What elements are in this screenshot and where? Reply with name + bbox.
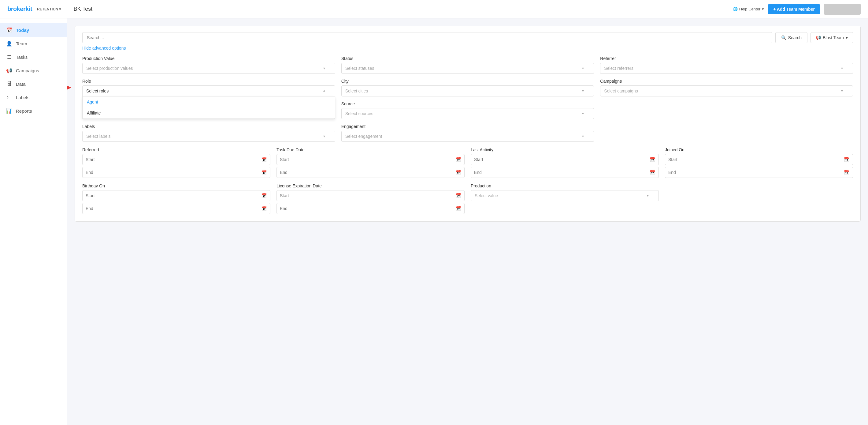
campaigns-select[interactable]: Select campaigns ▾ (600, 85, 853, 96)
search-button[interactable]: 🔍 Search (775, 32, 807, 43)
calendar-icon[interactable]: 📅 (456, 206, 461, 211)
referred-filter: Referred 📅 📅 (82, 147, 270, 178)
birthday-end-input[interactable] (86, 206, 259, 211)
sidebar: 📅 Today 👤 Team ☰ Tasks 📢 Campaigns 🗄 Dat… (0, 18, 67, 425)
campaigns-label: Campaigns (600, 79, 853, 84)
calendar-icon[interactable]: 📅 (261, 193, 267, 198)
logo: brokerkit (7, 5, 32, 12)
joined-on-end-input[interactable] (668, 170, 841, 175)
search-row: 🔍 Search 📢 Blast Team ▾ (82, 32, 853, 43)
chevron-down-icon: ▾ (582, 89, 584, 93)
search-icon: 🔍 (781, 35, 786, 40)
empty-cell-3 (665, 183, 853, 214)
city-label: City (341, 79, 594, 84)
referrer-select[interactable]: Select referrers ▾ (600, 63, 853, 74)
engagement-dropdown: Select engagement ▾ (341, 131, 594, 142)
calendar-icon[interactable]: 📅 (456, 193, 461, 198)
birthday-on-label: Birthday On (82, 183, 270, 188)
task-due-start-wrapper: 📅 (277, 154, 465, 165)
calendar-icon[interactable]: 📅 (650, 170, 655, 175)
birthday-on-filter: Birthday On 📅 📅 (82, 183, 270, 214)
chevron-down-icon: ▾ (582, 111, 584, 116)
sidebar-item-today[interactable]: 📅 Today (0, 23, 67, 37)
filters-card: 🔍 Search 📢 Blast Team ▾ Hide advanced op… (74, 26, 861, 222)
database-icon: 🗄 (6, 81, 12, 87)
engagement-select[interactable]: Select engagement ▾ (341, 131, 594, 142)
license-expiration-filter: License Expiration Date 📅 📅 (277, 183, 465, 214)
main-content: 🔍 Search 📢 Blast Team ▾ Hide advanced op… (67, 18, 868, 425)
help-center-button[interactable]: 🌐 Help Center ▾ (733, 7, 764, 11)
arrow-indicator: ➤ (67, 83, 71, 92)
referred-label: Referred (82, 147, 270, 152)
referred-end-input[interactable] (86, 170, 259, 175)
calendar-icon[interactable]: 📅 (456, 170, 461, 175)
calendar-icon[interactable]: 📅 (261, 157, 267, 162)
birthday-start-input[interactable] (86, 193, 259, 198)
task-due-date-label: Task Due Date (277, 147, 465, 152)
production-value-select[interactable]: Select production values ▾ (82, 63, 335, 74)
source-select[interactable]: Select sources ▾ (341, 108, 594, 119)
campaigns-dropdown: Select campaigns ▾ (600, 85, 853, 96)
calendar-icon[interactable]: 📅 (456, 157, 461, 162)
source-filter: Source Select sources ▾ (341, 101, 594, 119)
last-activity-start-input[interactable] (474, 157, 647, 162)
calendar-icon[interactable]: 📅 (650, 157, 655, 162)
last-activity-start-wrapper: 📅 (471, 154, 659, 165)
production-value-dropdown: Select production values ▾ (82, 63, 335, 74)
joined-on-end-wrapper: 📅 (665, 167, 853, 178)
tasks-icon: ☰ (6, 54, 12, 60)
engagement-filter: Engagement Select engagement ▾ (341, 124, 594, 142)
campaigns-filter: Campaigns Select campaigns ▾ (600, 79, 853, 96)
referrer-dropdown: Select referrers ▾ (600, 63, 853, 74)
chevron-down-icon: ▾ (841, 89, 843, 93)
last-activity-end-input[interactable] (474, 170, 647, 175)
calendar-icon[interactable]: 📅 (844, 157, 850, 162)
joined-on-start-input[interactable] (668, 157, 841, 162)
search-input[interactable] (82, 32, 772, 43)
production-select[interactable]: Select value ▾ (471, 190, 659, 201)
sidebar-item-labels[interactable]: 🏷 Labels (0, 91, 67, 104)
role-select[interactable]: Select roles ▾ (82, 85, 335, 96)
sidebar-item-campaigns[interactable]: 📢 Campaigns (0, 64, 67, 77)
role-dropdown: Select roles ▾ Agent Affiliate (82, 85, 335, 96)
task-due-start-input[interactable] (280, 157, 453, 162)
hide-advanced-button[interactable]: Hide advanced options (82, 46, 126, 51)
role-option-agent[interactable]: Agent (83, 96, 335, 108)
referrer-filter: Referrer Select referrers ▾ (600, 56, 853, 74)
role-option-affiliate[interactable]: Affiliate (83, 108, 335, 118)
chevron-down-icon: ▾ (59, 7, 61, 11)
add-team-member-button[interactable]: + Add Team Member (768, 4, 820, 14)
search-input-wrapper (82, 32, 772, 43)
sidebar-item-tasks[interactable]: ☰ Tasks (0, 50, 67, 64)
help-icon: 🌐 (733, 7, 738, 11)
sidebar-item-reports[interactable]: 📊 Reports (0, 104, 67, 118)
sidebar-item-team[interactable]: 👤 Team (0, 37, 67, 50)
status-select[interactable]: Select statuses ▾ (341, 63, 594, 74)
date-row-2: Birthday On 📅 📅 License Expiration Date (82, 183, 853, 214)
labels-dropdown: Select labels ▾ (82, 131, 335, 142)
app-body: 📅 Today 👤 Team ☰ Tasks 📢 Campaigns 🗄 Dat… (0, 18, 868, 425)
blast-team-button[interactable]: 📢 Blast Team ▾ (810, 32, 853, 43)
sidebar-item-data[interactable]: 🗄 Data (0, 77, 67, 91)
empty-cell-1 (600, 101, 853, 119)
calendar-icon[interactable]: 📅 (844, 170, 850, 175)
module-badge[interactable]: RETENTION ▾ (37, 7, 61, 11)
city-select[interactable]: Select cities ▾ (341, 85, 594, 96)
labels-select[interactable]: Select labels ▾ (82, 131, 335, 142)
license-end-input[interactable] (280, 206, 453, 211)
header-actions: 🌐 Help Center ▾ + Add Team Member (733, 4, 861, 15)
license-start-input[interactable] (280, 193, 453, 198)
calendar-icon[interactable]: 📅 (261, 170, 267, 175)
source-dropdown: Select sources ▾ (341, 108, 594, 119)
task-due-end-input[interactable] (280, 170, 453, 175)
user-menu-button[interactable] (824, 4, 861, 15)
joined-on-start-wrapper: 📅 (665, 154, 853, 165)
license-start-wrapper: 📅 (277, 190, 465, 201)
joined-on-label: Joined On (665, 147, 853, 152)
referred-start-input[interactable] (86, 157, 259, 162)
source-label: Source (341, 101, 594, 106)
date-row-1: Referred 📅 📅 Task Due Date 📅 (82, 147, 853, 178)
calendar-icon[interactable]: 📅 (261, 206, 267, 211)
city-filter: City Select cities ▾ (341, 79, 594, 96)
header-separator (66, 5, 66, 13)
